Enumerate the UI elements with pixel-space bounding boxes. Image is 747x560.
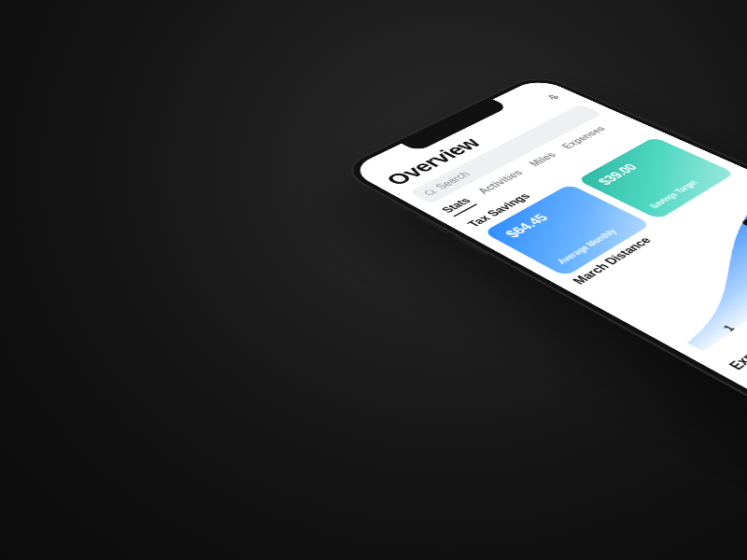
svg-rect-0 [549, 95, 557, 99]
tab-stats[interactable]: Stats [440, 196, 478, 217]
phone-frame: Overview Search Stats Activities Miles E… [335, 73, 747, 519]
search-icon [421, 188, 441, 198]
svg-point-1 [424, 189, 435, 195]
search-placeholder: Search [433, 170, 473, 190]
tab-miles[interactable]: Miles [527, 151, 563, 170]
x-tick: 1 [720, 323, 738, 333]
